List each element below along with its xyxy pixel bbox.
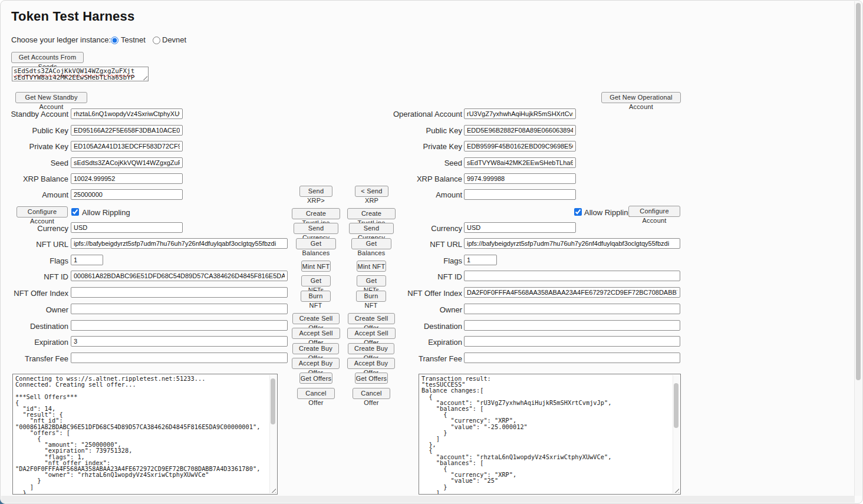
standby-nft-url-label: NFT URL xyxy=(1,239,68,249)
standby-allow-rippling-checkbox[interactable] xyxy=(71,208,79,216)
standby-flags-input[interactable] xyxy=(71,255,103,265)
standby-flags-label: Flags xyxy=(1,256,68,266)
cancel-offer-standby-button[interactable]: Cancel Offer xyxy=(297,388,335,399)
standby-amount-input[interactable] xyxy=(71,189,183,200)
operational-account-label: Operational Account xyxy=(366,109,462,119)
standby-account-input[interactable] xyxy=(71,108,183,119)
operational-public-key-input[interactable] xyxy=(464,125,576,136)
standby-transfer-fee-label: Transfer Fee xyxy=(1,354,68,364)
operational-transfer-fee-label: Transfer Fee xyxy=(366,354,462,364)
standby-public-key-label: Public Key xyxy=(1,126,68,136)
configure-operational-account-button[interactable]: Configure Account xyxy=(628,206,680,217)
standby-xrp-balance-input[interactable] xyxy=(71,173,183,184)
create-trustline-operational-button[interactable]: Create TrustLine xyxy=(347,208,396,219)
devnet-radio[interactable] xyxy=(153,37,160,44)
standby-seed-input[interactable] xyxy=(71,157,183,168)
send-xrp-standby-button[interactable]: Send XRP> xyxy=(299,186,332,197)
operational-owner-label: Owner xyxy=(366,305,462,315)
page-vertical-scrollbar[interactable] xyxy=(854,1,862,496)
operational-nft-url-label: NFT URL xyxy=(366,239,462,249)
standby-destination-label: Destination xyxy=(1,321,68,331)
operational-account-input[interactable] xyxy=(464,108,576,119)
cancel-offer-operational-button[interactable]: Cancel Offer xyxy=(353,388,390,399)
operational-seed-input[interactable] xyxy=(464,157,576,168)
operational-flags-label: Flags xyxy=(366,256,462,266)
standby-private-key-input[interactable] xyxy=(71,141,183,151)
standby-results-console[interactable]: Connecting to wss://s.altnet.rippletest.… xyxy=(12,374,278,495)
operational-owner-input[interactable] xyxy=(464,304,680,314)
accept-buy-offer-standby-button[interactable]: Accept Buy Offer xyxy=(292,358,340,369)
operational-destination-input[interactable] xyxy=(464,320,680,331)
standby-results-text: Connecting to wss://s.altnet.rippletest.… xyxy=(13,374,269,494)
screen: Token Test Harness Choose your ledger in… xyxy=(0,0,863,504)
standby-console-scrollbar-thumb[interactable] xyxy=(271,378,275,424)
get-new-operational-account-button[interactable]: Get New Operational Account xyxy=(601,92,681,103)
mint-nft-standby-button[interactable]: Mint NFT xyxy=(301,261,331,272)
operational-currency-input[interactable] xyxy=(464,222,576,233)
get-new-standby-account-button[interactable]: Get New Standby Account xyxy=(15,92,87,103)
standby-nft-offer-index-input[interactable] xyxy=(71,287,288,298)
page-title: Token Test Harness xyxy=(11,9,134,24)
standby-transfer-fee-input[interactable] xyxy=(71,353,288,363)
standby-nft-id-input[interactable] xyxy=(71,271,288,281)
token-test-harness-window: Token Test Harness Choose your ledger in… xyxy=(0,0,863,504)
operational-nft-id-label: NFT ID xyxy=(366,272,462,282)
operational-allow-rippling-checkbox[interactable] xyxy=(574,208,582,216)
get-offers-operational-button[interactable]: Get Offers xyxy=(355,373,388,384)
standby-console-scrollbar[interactable] xyxy=(269,375,276,493)
standby-currency-label: Currency xyxy=(1,223,68,233)
create-sell-offer-standby-button[interactable]: Create Sell Offer xyxy=(292,313,340,324)
standby-allow-rippling-label: Allow Rippling xyxy=(82,207,130,218)
create-trustline-standby-button[interactable]: Create TrustLine xyxy=(292,208,340,219)
page-vertical-scrollbar-thumb[interactable] xyxy=(856,3,861,380)
operational-console-scrollbar[interactable] xyxy=(673,375,680,493)
operational-xrp-balance-input[interactable] xyxy=(464,173,576,184)
operational-private-key-input[interactable] xyxy=(464,141,576,151)
operational-amount-input[interactable] xyxy=(464,189,576,200)
operational-private-key-label: Private Key xyxy=(366,141,462,151)
operational-destination-label: Destination xyxy=(366,321,462,331)
standby-expiration-input[interactable] xyxy=(71,336,288,347)
page-horizontal-scrollbar[interactable] xyxy=(1,496,855,503)
operational-expiration-label: Expiration xyxy=(366,337,462,347)
get-offers-standby-button[interactable]: Get Offers xyxy=(299,373,332,384)
get-nfts-standby-button[interactable]: Get NFTs xyxy=(301,275,331,286)
create-buy-offer-standby-button[interactable]: Create Buy Offer xyxy=(292,343,339,354)
standby-account-label: Standby Account xyxy=(1,109,68,119)
get-balances-standby-button[interactable]: Get Balances xyxy=(296,238,336,249)
standby-nft-id-label: NFT ID xyxy=(1,272,68,282)
operational-nft-id-input[interactable] xyxy=(464,271,680,281)
standby-public-key-input[interactable] xyxy=(71,125,183,136)
operational-flags-input[interactable] xyxy=(464,255,497,265)
send-currency-standby-button[interactable]: Send Currency xyxy=(294,223,338,234)
operational-currency-label: Currency xyxy=(366,223,462,233)
operational-results-console[interactable]: Transaction result: "tesSUCCESS" Balance… xyxy=(419,374,681,495)
operational-xrp-balance-label: XRP Balance xyxy=(366,174,462,184)
standby-nft-offer-index-label: NFT Offer Index xyxy=(1,288,68,298)
operational-expiration-input[interactable] xyxy=(464,336,680,347)
standby-owner-input[interactable] xyxy=(71,304,288,314)
get-accounts-from-seeds-button[interactable]: Get Accounts From Seeds xyxy=(11,52,84,63)
operational-console-scrollbar-thumb[interactable] xyxy=(674,383,678,428)
standby-nft-url-input[interactable] xyxy=(71,238,288,249)
operational-transfer-fee-input[interactable] xyxy=(464,353,680,363)
standby-currency-input[interactable] xyxy=(71,222,183,233)
devnet-radio-label[interactable]: Devnet xyxy=(162,35,186,45)
testnet-radio-label[interactable]: Testnet xyxy=(121,35,146,45)
operational-nft-offer-index-input[interactable] xyxy=(464,287,680,298)
standby-destination-input[interactable] xyxy=(71,320,288,331)
accept-sell-offer-standby-button[interactable]: Accept Sell Offer xyxy=(292,328,340,339)
operational-nft-offer-index-label: NFT Offer Index xyxy=(366,288,462,298)
standby-amount-label: Amount xyxy=(1,190,68,200)
standby-owner-label: Owner xyxy=(1,305,68,315)
seeds-textarea[interactable]: sEdSdts3ZACojKkVQW14WZgxgZuFXjt sEdTVYW8… xyxy=(12,67,149,81)
standby-seed-label: Seed xyxy=(1,158,68,168)
standby-xrp-balance-label: XRP Balance xyxy=(1,174,68,184)
operational-public-key-label: Public Key xyxy=(366,126,462,136)
standby-expiration-label: Expiration xyxy=(1,337,68,347)
configure-standby-account-button[interactable]: Configure Account xyxy=(17,206,68,218)
testnet-radio[interactable] xyxy=(111,37,118,44)
ledger-instance-label: Choose your ledger instance: xyxy=(11,35,111,45)
burn-nft-standby-button[interactable]: Burn NFT xyxy=(301,291,331,302)
operational-nft-url-input[interactable] xyxy=(464,238,680,249)
